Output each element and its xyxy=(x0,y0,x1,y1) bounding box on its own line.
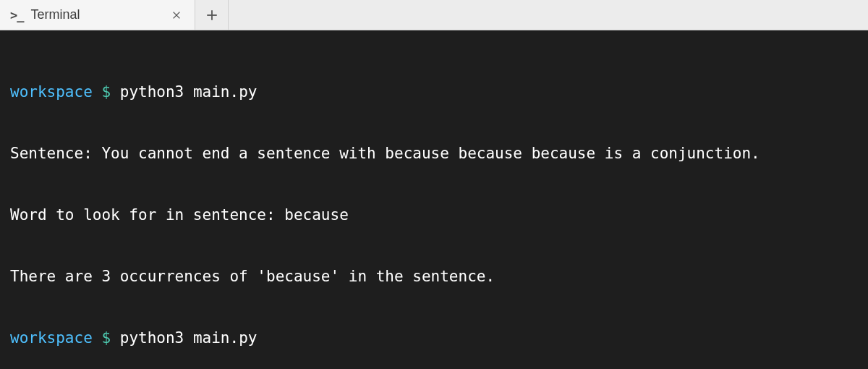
terminal-output[interactable]: workspace $ python3 main.py Sentence: Yo… xyxy=(0,30,868,369)
output-line: Word to look for in sentence: because xyxy=(10,205,858,225)
prompt-symbol: $ xyxy=(101,83,111,101)
command-text: python3 main.py xyxy=(120,83,258,101)
prompt-dir: workspace xyxy=(10,83,93,101)
plus-icon xyxy=(205,9,218,22)
terminal-icon: >_ xyxy=(10,8,23,22)
tab-label: Terminal xyxy=(30,7,161,22)
prompt-symbol: $ xyxy=(101,329,111,347)
close-icon[interactable] xyxy=(169,7,184,23)
tab-terminal[interactable]: >_ Terminal xyxy=(0,0,195,30)
prompt-dir: workspace xyxy=(10,329,93,347)
tab-bar: >_ Terminal xyxy=(0,0,868,30)
output-line: There are 3 occurrences of 'because' in … xyxy=(10,266,858,287)
command-text: python3 main.py xyxy=(120,329,258,347)
output-line: Sentence: You cannot end a sentence with… xyxy=(10,143,858,164)
new-tab-button[interactable] xyxy=(195,0,229,30)
